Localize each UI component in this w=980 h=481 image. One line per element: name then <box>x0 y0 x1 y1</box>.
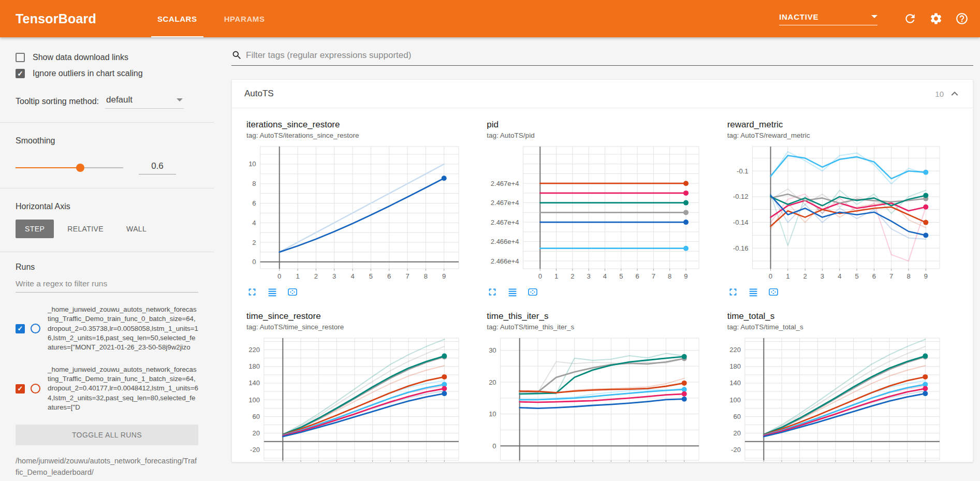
ignore-outliers-checkbox[interactable]: ✓ <box>16 69 25 78</box>
fit-domain-icon <box>768 286 779 298</box>
tab-scalars[interactable]: SCALARS <box>144 0 211 37</box>
run-name: _home_junweid_zouwu_autots_network_forec… <box>48 305 198 353</box>
chart-plot[interactable]: 2201801401006020-200123456789 <box>246 335 464 462</box>
svg-text:3: 3 <box>820 272 824 280</box>
expand-chart-button[interactable] <box>246 286 258 298</box>
svg-text:9: 9 <box>924 272 927 280</box>
svg-text:5: 5 <box>369 272 373 280</box>
svg-text:8: 8 <box>668 272 671 280</box>
svg-text:4: 4 <box>252 219 256 227</box>
chart-toolbar <box>246 286 481 298</box>
expand-chart-button[interactable] <box>487 286 498 298</box>
tooltip-sorting-label: Tooltip sorting method: <box>16 97 99 109</box>
settings-gear-icon <box>929 12 943 25</box>
filter-tags-input[interactable] <box>246 50 973 61</box>
svg-text:6: 6 <box>872 272 875 280</box>
svg-text:10: 10 <box>489 410 496 418</box>
axis-wall-button[interactable]: WALL <box>117 220 156 238</box>
svg-text:100: 100 <box>248 396 260 404</box>
runs-selector-button[interactable] <box>267 286 278 298</box>
svg-text:-0.14: -0.14 <box>733 218 749 226</box>
tooltip-sorting-select[interactable]: default <box>105 95 184 109</box>
chevron-down-icon <box>871 15 877 18</box>
slider-thumb[interactable] <box>76 164 84 172</box>
runs-selector-button[interactable] <box>507 286 518 298</box>
settings-button[interactable] <box>929 12 943 25</box>
horizontal-axis-buttons: STEPRELATIVEWALL <box>16 220 198 238</box>
svg-text:6: 6 <box>636 272 639 280</box>
runs-filter-input[interactable] <box>16 274 198 293</box>
chart-title: reward_metric <box>727 120 962 130</box>
svg-text:1: 1 <box>554 272 558 280</box>
chart-plot[interactable]: -0.1-0.12-0.14-0.160123456789 <box>727 143 945 282</box>
svg-text:3: 3 <box>587 272 591 280</box>
checkbox-label: Ignore outliers in chart scaling <box>33 69 143 78</box>
svg-text:5: 5 <box>855 272 858 280</box>
run-radio[interactable] <box>31 384 40 393</box>
help-button[interactable] <box>955 12 969 25</box>
svg-text:4: 4 <box>603 272 607 280</box>
svg-text:7: 7 <box>405 272 409 280</box>
toggle-all-runs-button[interactable]: TOGGLE ALL RUNS <box>16 425 198 445</box>
fit-domain-button[interactable] <box>768 286 779 298</box>
chart-title: time_this_iter_s <box>487 311 722 322</box>
svg-text:0: 0 <box>493 442 496 450</box>
chart-card: time_total_s tag: AutoTS/time_total_s 22… <box>727 311 962 462</box>
status-label: INACTIVE <box>779 12 818 21</box>
expand-chart-button[interactable] <box>727 286 739 298</box>
svg-text:7: 7 <box>652 272 655 280</box>
chart-card: time_this_iter_s tag: AutoTS/time_this_i… <box>487 311 722 462</box>
svg-text:180: 180 <box>248 362 260 370</box>
svg-text:20: 20 <box>252 429 259 437</box>
svg-text:8: 8 <box>906 272 910 280</box>
section-count: 10 <box>935 90 944 98</box>
chevron-up-icon[interactable] <box>948 87 961 100</box>
chart-card: time_since_restore tag: AutoTS/time_sinc… <box>246 311 481 462</box>
svg-text:60: 60 <box>252 413 259 420</box>
chart-title: pid <box>487 120 722 130</box>
svg-text:140: 140 <box>729 379 741 387</box>
show-download-links-row[interactable]: Show data download links <box>16 53 198 62</box>
run-radio[interactable] <box>31 324 40 333</box>
chart-title: iterations_since_restore <box>246 120 481 130</box>
runs-selector-icon <box>748 286 759 298</box>
smoothing-label: Smoothing <box>16 136 198 145</box>
chart-title: time_since_restore <box>246 311 481 322</box>
chart-plot[interactable]: 2.467e+42.467e+42.467e+42.466e+42.466e+4… <box>487 143 704 282</box>
axis-step-button[interactable]: STEP <box>16 220 54 238</box>
svg-text:2.466e+4: 2.466e+4 <box>491 238 519 245</box>
run-checkbox[interactable]: ✓ <box>16 384 25 393</box>
svg-text:1: 1 <box>296 272 299 280</box>
tab-hparams[interactable]: HPARAMS <box>211 0 279 37</box>
chart-tag: tag: AutoTS/time_total_s <box>727 323 962 331</box>
fit-domain-icon <box>527 286 538 298</box>
smoothing-slider[interactable] <box>16 164 123 172</box>
autots-section-header[interactable]: AutoTS 10 <box>232 80 973 108</box>
svg-text:-0.1: -0.1 <box>737 167 748 175</box>
smoothing-value[interactable]: 0.6 <box>139 161 176 174</box>
svg-text:140: 140 <box>248 379 260 387</box>
status-dropdown[interactable]: INACTIVE <box>779 12 877 25</box>
svg-text:220: 220 <box>248 346 260 354</box>
fit-domain-button[interactable] <box>287 286 298 298</box>
runs-selector-button[interactable] <box>748 286 759 298</box>
axis-relative-button[interactable]: RELATIVE <box>58 220 113 238</box>
svg-text:-20: -20 <box>250 446 260 454</box>
ignore-outliers-row[interactable]: ✓ Ignore outliers in chart scaling <box>16 69 198 78</box>
refresh-button[interactable] <box>903 12 917 25</box>
chart-plot[interactable]: 30201000123456789 <box>487 335 704 462</box>
chart-tag: tag: AutoTS/time_since_restore <box>246 323 481 331</box>
chart-plot[interactable]: 02468100123456789 <box>246 143 464 282</box>
autots-section-card: AutoTS 10 iterations_since_restore tag: … <box>231 79 973 462</box>
svg-text:2.467e+4: 2.467e+4 <box>491 180 519 187</box>
runs-list: ✓ _home_junweid_zouwu_autots_network_for… <box>16 305 198 412</box>
run-checkbox[interactable]: ✓ <box>16 324 25 333</box>
charts-grid: iterations_since_restore tag: AutoTS/ite… <box>232 108 973 462</box>
chart-plot[interactable]: 2201801401006020-200123456789 <box>727 335 945 462</box>
run-name: _home_junweid_zouwu_autots_network_forec… <box>48 365 198 413</box>
show-download-links-checkbox[interactable] <box>16 53 25 62</box>
fit-domain-button[interactable] <box>527 286 538 298</box>
filter-tags-row <box>231 50 973 66</box>
svg-text:1: 1 <box>786 272 789 280</box>
app-title: TensorBoard <box>16 11 96 26</box>
